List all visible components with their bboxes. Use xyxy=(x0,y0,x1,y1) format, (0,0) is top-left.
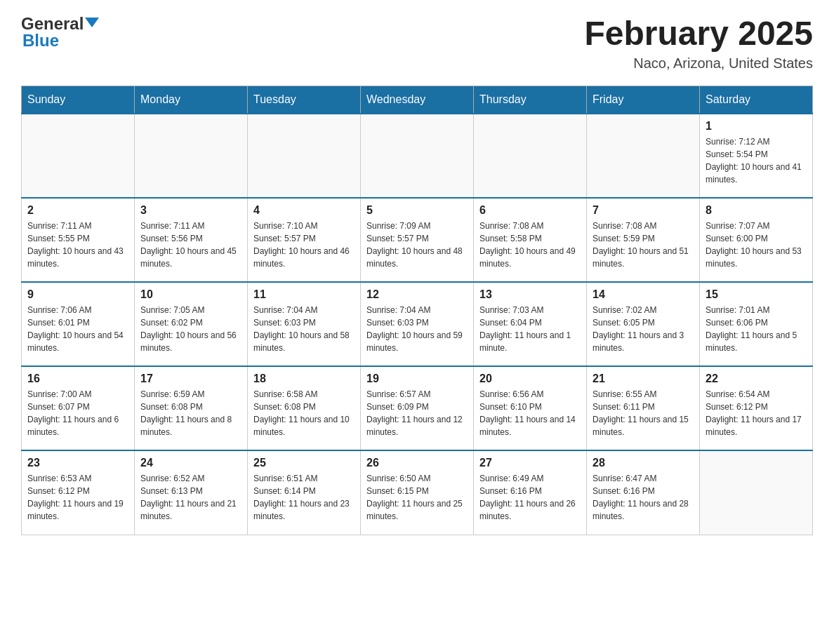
calendar-cell: 12Sunrise: 7:04 AM Sunset: 6:03 PM Dayli… xyxy=(361,282,474,366)
day-number: 28 xyxy=(593,457,694,469)
calendar-cell: 15Sunrise: 7:01 AM Sunset: 6:06 PM Dayli… xyxy=(700,282,813,366)
calendar-cell: 27Sunrise: 6:49 AM Sunset: 6:16 PM Dayli… xyxy=(474,450,587,535)
calendar-cell: 19Sunrise: 6:57 AM Sunset: 6:09 PM Dayli… xyxy=(361,366,474,450)
calendar-cell: 22Sunrise: 6:54 AM Sunset: 6:12 PM Dayli… xyxy=(700,366,813,450)
day-number: 1 xyxy=(706,120,807,133)
day-info: Sunrise: 7:08 AM Sunset: 5:58 PM Dayligh… xyxy=(479,220,581,270)
calendar-cell: 26Sunrise: 6:50 AM Sunset: 6:15 PM Dayli… xyxy=(361,450,474,535)
calendar-cell: 7Sunrise: 7:08 AM Sunset: 5:59 PM Daylig… xyxy=(587,198,700,282)
calendar-cell: 4Sunrise: 7:10 AM Sunset: 5:57 PM Daylig… xyxy=(248,198,361,282)
day-info: Sunrise: 7:00 AM Sunset: 6:07 PM Dayligh… xyxy=(27,388,128,438)
calendar-cell: 13Sunrise: 7:03 AM Sunset: 6:04 PM Dayli… xyxy=(474,282,587,366)
day-number: 9 xyxy=(27,288,128,301)
calendar-cell: 23Sunrise: 6:53 AM Sunset: 6:12 PM Dayli… xyxy=(22,450,135,535)
page-header: General Blue February 2025 Naco, Arizona… xyxy=(21,14,813,72)
calendar-cell: 17Sunrise: 6:59 AM Sunset: 6:08 PM Dayli… xyxy=(135,366,248,450)
day-info: Sunrise: 6:47 AM Sunset: 6:16 PM Dayligh… xyxy=(593,472,694,523)
day-number: 18 xyxy=(253,373,355,385)
title-section: February 2025 Naco, Arizona, United Stat… xyxy=(584,14,813,72)
day-info: Sunrise: 6:59 AM Sunset: 6:08 PM Dayligh… xyxy=(140,388,241,438)
day-number: 8 xyxy=(706,204,807,217)
calendar-cell: 18Sunrise: 6:58 AM Sunset: 6:08 PM Dayli… xyxy=(248,366,361,450)
location: Naco, Arizona, United States xyxy=(584,55,813,72)
day-number: 13 xyxy=(479,288,581,301)
day-info: Sunrise: 7:08 AM Sunset: 5:59 PM Dayligh… xyxy=(593,220,694,270)
day-number: 15 xyxy=(706,288,807,301)
day-info: Sunrise: 6:52 AM Sunset: 6:13 PM Dayligh… xyxy=(140,472,241,523)
day-info: Sunrise: 6:57 AM Sunset: 6:09 PM Dayligh… xyxy=(366,388,468,438)
day-number: 2 xyxy=(27,204,128,217)
calendar-header-monday: Monday xyxy=(135,86,248,114)
day-info: Sunrise: 6:58 AM Sunset: 6:08 PM Dayligh… xyxy=(253,388,355,438)
month-title: February 2025 xyxy=(584,14,813,53)
calendar-cell: 21Sunrise: 6:55 AM Sunset: 6:11 PM Dayli… xyxy=(587,366,700,450)
day-info: Sunrise: 7:06 AM Sunset: 6:01 PM Dayligh… xyxy=(27,304,128,354)
calendar-cell xyxy=(248,114,361,198)
calendar-header-sunday: Sunday xyxy=(22,86,135,114)
day-info: Sunrise: 7:10 AM Sunset: 5:57 PM Dayligh… xyxy=(253,220,355,270)
day-info: Sunrise: 7:07 AM Sunset: 6:00 PM Dayligh… xyxy=(706,220,807,270)
day-info: Sunrise: 6:50 AM Sunset: 6:15 PM Dayligh… xyxy=(366,472,468,523)
day-number: 4 xyxy=(253,204,355,217)
calendar-cell: 5Sunrise: 7:09 AM Sunset: 5:57 PM Daylig… xyxy=(361,198,474,282)
day-number: 23 xyxy=(27,457,128,469)
calendar-cell: 1Sunrise: 7:12 AM Sunset: 5:54 PM Daylig… xyxy=(700,114,813,198)
calendar-header-tuesday: Tuesday xyxy=(248,86,361,114)
day-number: 20 xyxy=(479,373,581,385)
calendar-week-row-1: 2Sunrise: 7:11 AM Sunset: 5:55 PM Daylig… xyxy=(22,198,813,282)
day-info: Sunrise: 6:51 AM Sunset: 6:14 PM Dayligh… xyxy=(253,472,355,523)
day-number: 10 xyxy=(140,288,241,301)
day-number: 21 xyxy=(593,373,694,385)
logo-blue-text: Blue xyxy=(22,31,59,51)
calendar-cell: 3Sunrise: 7:11 AM Sunset: 5:56 PM Daylig… xyxy=(135,198,248,282)
day-info: Sunrise: 7:02 AM Sunset: 6:05 PM Dayligh… xyxy=(593,304,694,354)
calendar-cell: 2Sunrise: 7:11 AM Sunset: 5:55 PM Daylig… xyxy=(22,198,135,282)
calendar-cell xyxy=(361,114,474,198)
day-info: Sunrise: 7:03 AM Sunset: 6:04 PM Dayligh… xyxy=(479,304,581,354)
calendar-cell: 6Sunrise: 7:08 AM Sunset: 5:58 PM Daylig… xyxy=(474,198,587,282)
logo-triangle-icon xyxy=(85,18,99,27)
calendar-cell: 25Sunrise: 6:51 AM Sunset: 6:14 PM Dayli… xyxy=(248,450,361,535)
day-number: 16 xyxy=(27,373,128,385)
calendar-week-row-3: 16Sunrise: 7:00 AM Sunset: 6:07 PM Dayli… xyxy=(22,366,813,450)
logo: General Blue xyxy=(21,14,99,51)
day-number: 3 xyxy=(140,204,241,217)
day-info: Sunrise: 7:04 AM Sunset: 6:03 PM Dayligh… xyxy=(253,304,355,354)
day-number: 14 xyxy=(593,288,694,301)
calendar-cell: 24Sunrise: 6:52 AM Sunset: 6:13 PM Dayli… xyxy=(135,450,248,535)
calendar-cell: 9Sunrise: 7:06 AM Sunset: 6:01 PM Daylig… xyxy=(22,282,135,366)
calendar-cell: 14Sunrise: 7:02 AM Sunset: 6:05 PM Dayli… xyxy=(587,282,700,366)
calendar-week-row-2: 9Sunrise: 7:06 AM Sunset: 6:01 PM Daylig… xyxy=(22,282,813,366)
calendar-header-row: SundayMondayTuesdayWednesdayThursdayFrid… xyxy=(22,86,813,114)
day-number: 7 xyxy=(593,204,694,217)
calendar-header-saturday: Saturday xyxy=(700,86,813,114)
day-number: 6 xyxy=(479,204,581,217)
calendar-cell xyxy=(135,114,248,198)
day-info: Sunrise: 6:49 AM Sunset: 6:16 PM Dayligh… xyxy=(479,472,581,523)
calendar-week-row-4: 23Sunrise: 6:53 AM Sunset: 6:12 PM Dayli… xyxy=(22,450,813,535)
day-number: 22 xyxy=(706,373,807,385)
day-info: Sunrise: 7:04 AM Sunset: 6:03 PM Dayligh… xyxy=(366,304,468,354)
day-info: Sunrise: 7:09 AM Sunset: 5:57 PM Dayligh… xyxy=(366,220,468,270)
calendar-cell: 11Sunrise: 7:04 AM Sunset: 6:03 PM Dayli… xyxy=(248,282,361,366)
day-number: 5 xyxy=(366,204,468,217)
day-info: Sunrise: 7:05 AM Sunset: 6:02 PM Dayligh… xyxy=(140,304,241,354)
calendar-cell xyxy=(22,114,135,198)
day-number: 26 xyxy=(366,457,468,469)
day-number: 24 xyxy=(140,457,241,469)
calendar-cell xyxy=(700,450,813,535)
calendar-header-friday: Friday xyxy=(587,86,700,114)
day-number: 19 xyxy=(366,373,468,385)
day-info: Sunrise: 6:54 AM Sunset: 6:12 PM Dayligh… xyxy=(706,388,807,438)
calendar-header-thursday: Thursday xyxy=(474,86,587,114)
calendar-cell: 20Sunrise: 6:56 AM Sunset: 6:10 PM Dayli… xyxy=(474,366,587,450)
calendar-table: SundayMondayTuesdayWednesdayThursdayFrid… xyxy=(21,86,813,535)
day-info: Sunrise: 7:12 AM Sunset: 5:54 PM Dayligh… xyxy=(706,135,807,186)
day-info: Sunrise: 6:53 AM Sunset: 6:12 PM Dayligh… xyxy=(27,472,128,523)
calendar-cell xyxy=(587,114,700,198)
day-info: Sunrise: 6:55 AM Sunset: 6:11 PM Dayligh… xyxy=(593,388,694,438)
calendar-cell xyxy=(474,114,587,198)
day-number: 25 xyxy=(253,457,355,469)
day-number: 27 xyxy=(479,457,581,469)
day-info: Sunrise: 7:11 AM Sunset: 5:56 PM Dayligh… xyxy=(140,220,241,270)
